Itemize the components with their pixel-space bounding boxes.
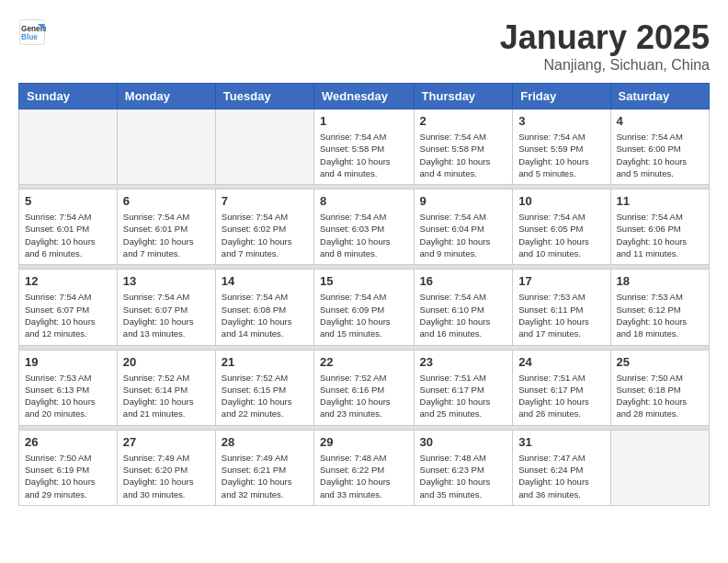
day-number: 14 [222, 274, 308, 288]
day-number: 19 [25, 355, 111, 369]
calendar-table: SundayMondayTuesdayWednesdayThursdayFrid… [18, 83, 710, 506]
calendar-cell: 25Sunrise: 7:50 AM Sunset: 6:18 PM Dayli… [610, 350, 709, 425]
calendar-week-2: 5Sunrise: 7:54 AM Sunset: 6:01 PM Daylig… [19, 190, 710, 265]
location: Nanjiang, Sichuan, China [500, 57, 710, 74]
day-info: Sunrise: 7:54 AM Sunset: 6:10 PM Dayligh… [420, 291, 507, 339]
weekday-header-row: SundayMondayTuesdayWednesdayThursdayFrid… [19, 84, 710, 109]
day-number: 30 [420, 435, 507, 449]
calendar-cell [117, 109, 215, 185]
day-number: 22 [320, 355, 408, 369]
day-number: 2 [420, 114, 507, 128]
calendar-cell: 29Sunrise: 7:48 AM Sunset: 6:22 PM Dayli… [314, 430, 415, 505]
calendar-cell: 28Sunrise: 7:49 AM Sunset: 6:21 PM Dayli… [215, 430, 313, 505]
day-info: Sunrise: 7:53 AM Sunset: 6:11 PM Dayligh… [518, 291, 604, 339]
month-title: January 2025 [500, 18, 710, 57]
calendar-cell: 12Sunrise: 7:54 AM Sunset: 6:07 PM Dayli… [19, 270, 118, 345]
calendar-week-1: 1Sunrise: 7:54 AM Sunset: 5:58 PM Daylig… [19, 109, 710, 185]
calendar-cell: 3Sunrise: 7:54 AM Sunset: 5:59 PM Daylig… [513, 109, 610, 185]
day-number: 23 [420, 355, 507, 369]
day-number: 17 [518, 274, 604, 288]
calendar-cell: 18Sunrise: 7:53 AM Sunset: 6:12 PM Dayli… [610, 270, 709, 345]
day-info: Sunrise: 7:54 AM Sunset: 6:05 PM Dayligh… [518, 211, 604, 259]
logo: General Blue [18, 18, 50, 46]
day-number: 24 [518, 355, 604, 369]
day-number: 12 [25, 274, 111, 288]
calendar-cell: 10Sunrise: 7:54 AM Sunset: 6:05 PM Dayli… [513, 190, 610, 265]
title-block: January 2025 Nanjiang, Sichuan, China [500, 18, 710, 74]
day-number: 3 [518, 114, 604, 128]
calendar-week-3: 12Sunrise: 7:54 AM Sunset: 6:07 PM Dayli… [19, 270, 710, 345]
page-header: General Blue January 2025 Nanjiang, Sich… [18, 18, 710, 74]
calendar-cell: 4Sunrise: 7:54 AM Sunset: 6:00 PM Daylig… [610, 109, 709, 185]
calendar-cell: 26Sunrise: 7:50 AM Sunset: 6:19 PM Dayli… [19, 430, 118, 505]
day-number: 18 [617, 274, 703, 288]
calendar-cell: 20Sunrise: 7:52 AM Sunset: 6:14 PM Dayli… [117, 350, 215, 425]
calendar-cell: 5Sunrise: 7:54 AM Sunset: 6:01 PM Daylig… [19, 190, 118, 265]
day-info: Sunrise: 7:54 AM Sunset: 6:01 PM Dayligh… [25, 211, 111, 259]
calendar-cell: 9Sunrise: 7:54 AM Sunset: 6:04 PM Daylig… [414, 190, 513, 265]
day-number: 26 [25, 435, 111, 449]
calendar-cell: 1Sunrise: 7:54 AM Sunset: 5:58 PM Daylig… [314, 109, 415, 185]
day-number: 28 [222, 435, 308, 449]
day-info: Sunrise: 7:54 AM Sunset: 6:01 PM Dayligh… [123, 211, 210, 259]
day-number: 1 [320, 114, 408, 128]
weekday-header-monday: Monday [117, 84, 215, 109]
day-number: 29 [320, 435, 408, 449]
day-info: Sunrise: 7:48 AM Sunset: 6:22 PM Dayligh… [320, 452, 408, 500]
day-info: Sunrise: 7:49 AM Sunset: 6:21 PM Dayligh… [222, 452, 308, 500]
day-info: Sunrise: 7:54 AM Sunset: 6:07 PM Dayligh… [25, 291, 111, 339]
day-number: 10 [518, 194, 604, 208]
weekday-header-thursday: Thursday [414, 84, 513, 109]
calendar-cell: 16Sunrise: 7:54 AM Sunset: 6:10 PM Dayli… [414, 270, 513, 345]
day-number: 15 [320, 274, 408, 288]
day-number: 13 [123, 274, 210, 288]
calendar-cell: 22Sunrise: 7:52 AM Sunset: 6:16 PM Dayli… [314, 350, 415, 425]
weekday-header-sunday: Sunday [19, 84, 118, 109]
day-number: 8 [320, 194, 408, 208]
weekday-header-wednesday: Wednesday [314, 84, 415, 109]
calendar-cell: 27Sunrise: 7:49 AM Sunset: 6:20 PM Dayli… [117, 430, 215, 505]
day-info: Sunrise: 7:49 AM Sunset: 6:20 PM Dayligh… [123, 452, 210, 500]
calendar-cell: 13Sunrise: 7:54 AM Sunset: 6:07 PM Dayli… [117, 270, 215, 345]
calendar-cell: 7Sunrise: 7:54 AM Sunset: 6:02 PM Daylig… [215, 190, 313, 265]
calendar-cell: 23Sunrise: 7:51 AM Sunset: 6:17 PM Dayli… [414, 350, 513, 425]
day-info: Sunrise: 7:54 AM Sunset: 6:06 PM Dayligh… [617, 211, 703, 259]
svg-text:Blue: Blue [21, 33, 38, 41]
calendar-cell: 21Sunrise: 7:52 AM Sunset: 6:15 PM Dayli… [215, 350, 313, 425]
day-info: Sunrise: 7:52 AM Sunset: 6:14 PM Dayligh… [123, 372, 210, 420]
day-number: 5 [25, 194, 111, 208]
logo-icon: General Blue [18, 18, 46, 46]
day-info: Sunrise: 7:54 AM Sunset: 5:58 PM Dayligh… [420, 131, 507, 179]
day-info: Sunrise: 7:54 AM Sunset: 6:09 PM Dayligh… [320, 291, 408, 339]
day-info: Sunrise: 7:52 AM Sunset: 6:15 PM Dayligh… [222, 372, 308, 420]
calendar-cell: 24Sunrise: 7:51 AM Sunset: 6:17 PM Dayli… [513, 350, 610, 425]
day-number: 6 [123, 194, 210, 208]
day-number: 25 [617, 355, 703, 369]
day-number: 7 [222, 194, 308, 208]
day-info: Sunrise: 7:51 AM Sunset: 6:17 PM Dayligh… [518, 372, 604, 420]
calendar-cell [215, 109, 313, 185]
calendar-cell: 11Sunrise: 7:54 AM Sunset: 6:06 PM Dayli… [610, 190, 709, 265]
day-info: Sunrise: 7:51 AM Sunset: 6:17 PM Dayligh… [420, 372, 507, 420]
day-info: Sunrise: 7:54 AM Sunset: 5:58 PM Dayligh… [320, 131, 408, 179]
calendar-cell: 15Sunrise: 7:54 AM Sunset: 6:09 PM Dayli… [314, 270, 415, 345]
day-info: Sunrise: 7:53 AM Sunset: 6:13 PM Dayligh… [25, 372, 111, 420]
day-number: 9 [420, 194, 507, 208]
calendar-cell [610, 430, 709, 505]
day-number: 21 [222, 355, 308, 369]
calendar-cell [19, 109, 118, 185]
weekday-header-friday: Friday [513, 84, 610, 109]
day-info: Sunrise: 7:54 AM Sunset: 5:59 PM Dayligh… [518, 131, 604, 179]
day-number: 31 [518, 435, 604, 449]
day-number: 20 [123, 355, 210, 369]
day-number: 27 [123, 435, 210, 449]
day-info: Sunrise: 7:47 AM Sunset: 6:24 PM Dayligh… [518, 452, 604, 500]
calendar-week-5: 26Sunrise: 7:50 AM Sunset: 6:19 PM Dayli… [19, 430, 710, 505]
day-info: Sunrise: 7:54 AM Sunset: 6:03 PM Dayligh… [320, 211, 408, 259]
weekday-header-tuesday: Tuesday [215, 84, 313, 109]
calendar-cell: 8Sunrise: 7:54 AM Sunset: 6:03 PM Daylig… [314, 190, 415, 265]
calendar-cell: 2Sunrise: 7:54 AM Sunset: 5:58 PM Daylig… [414, 109, 513, 185]
day-info: Sunrise: 7:54 AM Sunset: 6:07 PM Dayligh… [123, 291, 210, 339]
day-number: 16 [420, 274, 507, 288]
day-info: Sunrise: 7:52 AM Sunset: 6:16 PM Dayligh… [320, 372, 408, 420]
